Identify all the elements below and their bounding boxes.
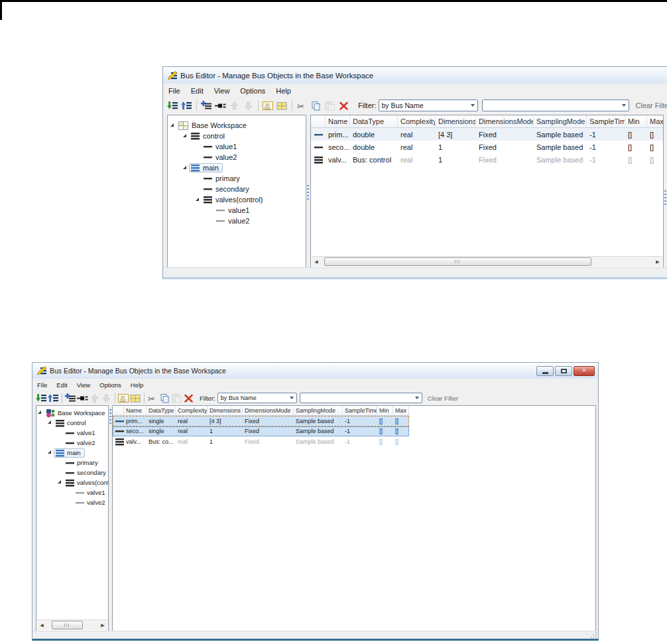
tree-item-valve1[interactable]: valve1 xyxy=(36,428,108,438)
column-header-datatype[interactable]: DataType xyxy=(350,115,398,128)
tree-item-value1[interactable]: value1 xyxy=(168,141,306,152)
paste-icon[interactable] xyxy=(324,99,336,112)
tree-item-valve1[interactable]: valve1 xyxy=(36,487,108,497)
scroll-left-arrow-icon[interactable]: ◀ xyxy=(37,620,46,630)
tree-item-control[interactable]: control xyxy=(36,418,108,428)
tree-item-valves-control-[interactable]: valves(control) xyxy=(168,194,306,205)
menu-help[interactable]: Help xyxy=(126,381,149,389)
tree-expander-icon[interactable] xyxy=(48,420,51,424)
filter-by-dropdown[interactable]: by Bus Name xyxy=(379,99,478,111)
import-icon[interactable] xyxy=(166,99,179,112)
column-header-min[interactable]: Min xyxy=(377,406,393,416)
move-up-icon[interactable] xyxy=(89,393,100,404)
menu-options[interactable]: Options xyxy=(235,87,271,95)
import-icon[interactable] xyxy=(36,393,47,404)
tree-expander-icon[interactable] xyxy=(170,123,174,127)
horizontal-scrollbar[interactable]: ◀ ▶ xyxy=(37,619,107,630)
right-splitter-handle[interactable] xyxy=(664,190,666,206)
tree-item-valves-control-[interactable]: valves(control) xyxy=(36,478,108,487)
column-header-dimensions[interactable]: Dimensions xyxy=(208,406,243,416)
table-row[interactable]: seco...doublereal1FixedSample based-1[][… xyxy=(311,141,664,153)
column-header-sampletime[interactable]: SampleTime xyxy=(587,115,625,128)
scrollbar-thumb[interactable] xyxy=(324,257,591,266)
column-header-name[interactable]: Name xyxy=(326,115,350,128)
tree-item-primary[interactable]: primary xyxy=(36,458,108,468)
tree-item-value2[interactable]: value2 xyxy=(168,216,306,226)
tree-expander-icon[interactable] xyxy=(58,480,61,483)
scroll-left-arrow-icon[interactable]: ◀ xyxy=(312,257,321,267)
tree-item-valve2[interactable]: valve2 xyxy=(36,497,108,507)
maximize-button[interactable] xyxy=(555,366,572,376)
export-icon[interactable] xyxy=(48,393,59,404)
binary-display-icon[interactable]: 10010 xyxy=(118,393,129,404)
export-icon[interactable] xyxy=(180,99,193,112)
tree-expander-icon[interactable] xyxy=(48,450,51,454)
tree-item-control[interactable]: control xyxy=(168,131,306,141)
resize-grip-icon[interactable] xyxy=(591,631,597,638)
column-header-blank[interactable] xyxy=(311,115,326,128)
clear-filter-button[interactable]: Clear Filter xyxy=(636,101,667,109)
cut-icon[interactable]: ✂ xyxy=(147,393,158,404)
paste-icon[interactable] xyxy=(171,393,182,404)
menu-file[interactable]: File xyxy=(163,87,186,95)
move-up-icon[interactable] xyxy=(228,99,241,112)
column-header-samplingmode[interactable]: SamplingMode xyxy=(534,115,587,128)
column-header-blank[interactable] xyxy=(113,406,124,416)
table-row[interactable]: seco...singlereal1FixedSample based-1[][… xyxy=(113,426,409,437)
copy-icon[interactable] xyxy=(159,393,170,404)
tree-item-main[interactable]: main xyxy=(36,448,108,458)
add-bus-icon[interactable] xyxy=(65,393,76,404)
table-row[interactable]: valv...Bus: controlreal1FixedSample base… xyxy=(311,153,664,166)
scrollbar-thumb[interactable] xyxy=(52,621,83,629)
tree-item-value1[interactable]: value1 xyxy=(168,205,306,216)
tree-expander-icon[interactable] xyxy=(38,411,41,414)
tree-expander-icon[interactable] xyxy=(183,166,186,169)
filter-text-combo[interactable] xyxy=(300,393,422,403)
tree-item-base-workspace[interactable]: Base Workspace xyxy=(168,120,306,131)
tree-item-value2[interactable]: value2 xyxy=(168,152,306,162)
tree-expander-icon[interactable] xyxy=(183,134,186,137)
filter-text-combo[interactable] xyxy=(482,99,629,111)
menu-view[interactable]: View xyxy=(72,381,95,389)
column-header-dimensionsmode[interactable]: DimensionsMode xyxy=(476,115,534,128)
column-header-samplingmode[interactable]: SamplingMode xyxy=(294,406,343,416)
menu-edit[interactable]: Edit xyxy=(186,87,209,95)
table-row[interactable]: prim...singlereal[4 3]FixedSample based-… xyxy=(113,416,409,426)
column-header-dimensionsmode[interactable]: DimensionsMode xyxy=(243,406,294,416)
tree-item-base-workspace[interactable]: Base Workspace xyxy=(36,408,108,418)
title-bar[interactable]: Bus Editor - Manage Bus Objects in the B… xyxy=(32,363,598,379)
delete-icon[interactable] xyxy=(183,393,194,404)
menu-file[interactable]: File xyxy=(32,381,52,389)
filter-by-dropdown[interactable]: by Bus Name xyxy=(217,393,297,403)
menu-view[interactable]: View xyxy=(209,87,235,95)
menu-edit[interactable]: Edit xyxy=(52,381,72,389)
column-header-datatype[interactable]: DataType xyxy=(147,406,176,416)
move-down-icon[interactable] xyxy=(242,99,255,112)
column-header-name[interactable]: Name xyxy=(124,406,147,416)
column-header-sampletime[interactable]: SampleTime xyxy=(343,406,377,416)
tree-item-secondary[interactable]: secondary xyxy=(36,468,108,478)
tree-item-main[interactable]: main xyxy=(168,162,306,173)
column-header-max[interactable]: Max xyxy=(647,115,664,128)
menu-options[interactable]: Options xyxy=(95,381,126,389)
column-header-complexity[interactable]: Complexity xyxy=(176,406,208,416)
column-header-max[interactable]: Max xyxy=(393,406,409,416)
table-row[interactable]: valv...Bus: co...real1FixedSample based-… xyxy=(113,436,409,447)
move-down-icon[interactable] xyxy=(101,393,112,404)
column-header-dimensions[interactable]: Dimensions xyxy=(436,115,476,128)
grid-view-icon[interactable] xyxy=(276,99,288,112)
scroll-right-arrow-icon[interactable]: ▶ xyxy=(653,257,662,267)
menu-help[interactable]: Help xyxy=(271,87,296,95)
copy-icon[interactable] xyxy=(310,99,322,112)
scrollbar-track[interactable] xyxy=(321,257,653,267)
pane-splitter-handle[interactable] xyxy=(109,409,111,425)
grid-view-icon[interactable] xyxy=(130,393,141,404)
filter-text-input[interactable] xyxy=(300,393,412,403)
table-row[interactable]: prim...doublereal[4 3]FixedSample based-… xyxy=(311,128,664,141)
scrollbar-track[interactable] xyxy=(46,620,98,630)
add-element-icon[interactable] xyxy=(214,99,227,112)
binary-display-icon[interactable]: 10010 xyxy=(262,99,274,112)
close-button[interactable]: ✕ xyxy=(574,366,595,376)
tree-item-secondary[interactable]: secondary xyxy=(168,184,306,194)
filter-text-input[interactable] xyxy=(483,101,619,110)
